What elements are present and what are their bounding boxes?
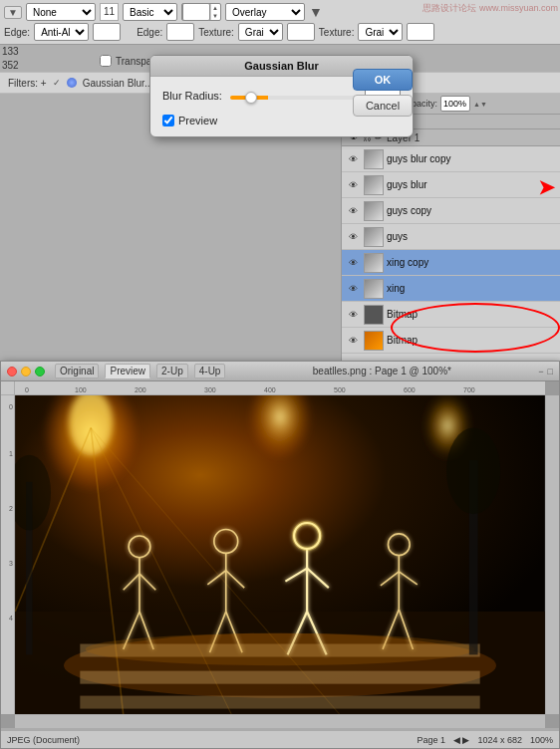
blur-slider-container	[230, 90, 357, 102]
modal-backdrop: Gaussian Blur Blur Radius: 1.3 Preview O…	[0, 0, 560, 749]
preview-checkbox[interactable]	[162, 115, 174, 126]
blur-radius-label: Blur Radius:	[162, 90, 222, 102]
cancel-button[interactable]: Cancel	[353, 95, 413, 117]
gaussian-blur-dialog: Gaussian Blur Blur Radius: 1.3 Preview O…	[149, 55, 414, 137]
dialog-title: Gaussian Blur	[244, 60, 319, 72]
preview-label: Preview	[178, 115, 217, 126]
ok-button[interactable]: OK	[353, 69, 413, 91]
dialog-buttons: OK Cancel	[353, 69, 413, 117]
dialog-body: Blur Radius: 1.3 Preview OK Cancel	[150, 77, 413, 136]
blur-slider[interactable]	[230, 96, 357, 100]
